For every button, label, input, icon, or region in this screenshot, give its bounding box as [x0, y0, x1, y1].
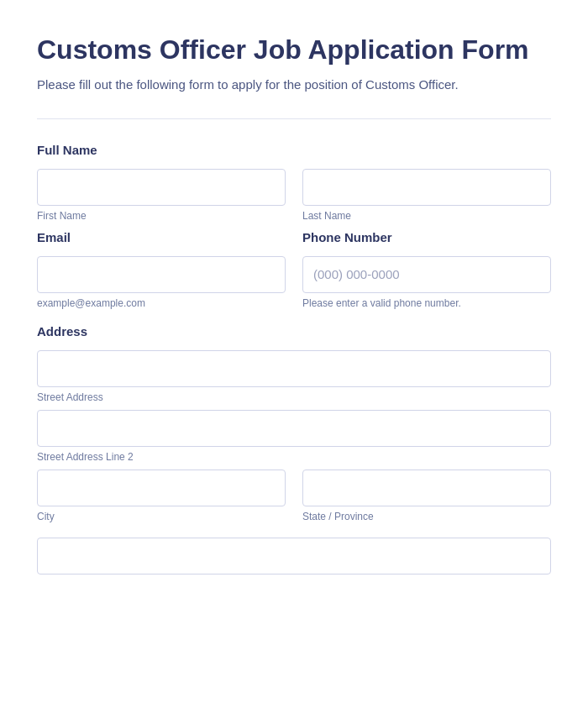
- phone-input[interactable]: [302, 256, 551, 293]
- postal-col: [37, 538, 551, 574]
- street-address2-input[interactable]: [37, 410, 551, 447]
- application-form: Full Name First Name Last Name Email exa…: [37, 143, 551, 574]
- state-col: State / Province: [302, 470, 551, 522]
- state-hint: State / Province: [302, 511, 551, 522]
- street1-hint: Street Address: [37, 391, 551, 403]
- city-hint: City: [37, 511, 286, 522]
- last-name-hint: Last Name: [302, 210, 551, 222]
- postal-input[interactable]: [37, 538, 551, 574]
- city-col: City: [37, 470, 286, 522]
- email-hint: example@example.com: [37, 297, 286, 309]
- phone-hint: Please enter a valid phone number.: [302, 297, 551, 309]
- email-phone-row: Email example@example.com Phone Number P…: [37, 230, 551, 309]
- phone-label: Phone Number: [302, 230, 551, 244]
- form-description: Please fill out the following form to ap…: [37, 76, 551, 95]
- page-wrapper: Customs Officer Job Application Form Ple…: [0, 0, 588, 724]
- email-col: Email example@example.com: [37, 230, 286, 309]
- last-name-col: Last Name: [302, 169, 551, 222]
- state-input[interactable]: [302, 470, 551, 506]
- page-title: Customs Officer Job Application Form: [37, 34, 551, 66]
- full-name-label: Full Name: [37, 143, 551, 157]
- street-address-input[interactable]: [37, 350, 551, 387]
- email-label: Email: [37, 230, 286, 244]
- first-name-col: First Name: [37, 169, 286, 222]
- phone-col: Phone Number Please enter a valid phone …: [302, 230, 551, 309]
- city-state-row: City State / Province: [37, 470, 551, 522]
- street2-hint: Street Address Line 2: [37, 451, 551, 463]
- full-name-row: First Name Last Name: [37, 169, 551, 222]
- street1-col: Street Address: [37, 350, 551, 403]
- address-label: Address: [37, 324, 551, 338]
- divider: [37, 118, 551, 119]
- address-section: Address Street Address Street Address Li…: [37, 324, 551, 574]
- street2-col: Street Address Line 2: [37, 410, 551, 463]
- city-input[interactable]: [37, 470, 286, 506]
- first-name-hint: First Name: [37, 210, 286, 222]
- email-input[interactable]: [37, 256, 286, 293]
- first-name-input[interactable]: [37, 169, 286, 206]
- full-name-section: Full Name First Name Last Name: [37, 143, 551, 222]
- last-name-input[interactable]: [302, 169, 551, 206]
